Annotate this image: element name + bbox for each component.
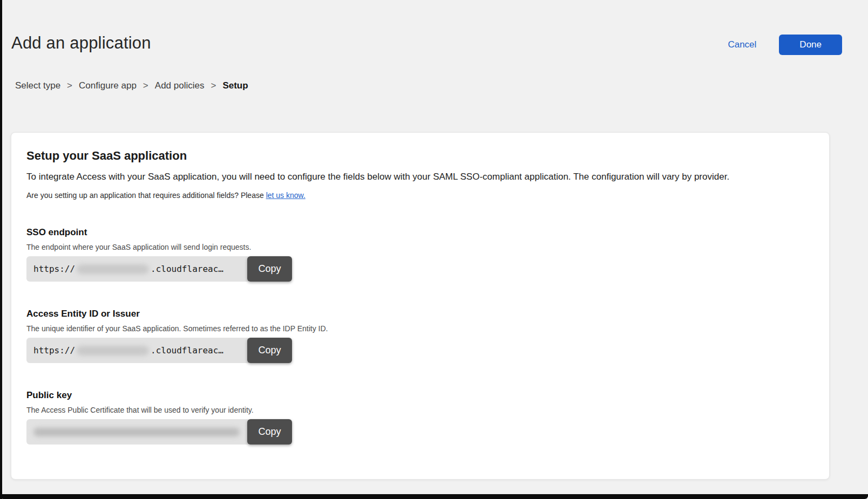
sso-endpoint-description: The endpoint where your SaaS application… bbox=[26, 243, 814, 251]
redacted-value-blur bbox=[33, 428, 240, 436]
access-entity-id-description: The unique identifier of your SaaS appli… bbox=[26, 324, 814, 333]
breadcrumb-step-setup: Setup bbox=[222, 80, 248, 91]
redacted-value-blur bbox=[77, 346, 149, 356]
screenshot-bottom-edge bbox=[0, 494, 868, 499]
access-entity-id-copy-button[interactable]: Copy bbox=[247, 338, 292, 363]
card-heading: Setup your SaaS application bbox=[26, 149, 814, 163]
card-intro: To integrate Access with your SaaS appli… bbox=[26, 172, 814, 182]
access-entity-id-field: https:// .cloudflareac… Copy bbox=[26, 338, 292, 363]
card-note: Are you setting up an application that r… bbox=[26, 191, 814, 200]
public-key-label: Public key bbox=[26, 390, 814, 401]
breadcrumb: Select type > Configure app > Add polici… bbox=[15, 80, 868, 91]
public-key-field: Copy bbox=[26, 419, 292, 445]
sso-endpoint-copy-button[interactable]: Copy bbox=[247, 256, 292, 282]
sso-endpoint-label: SSO endpoint bbox=[26, 227, 814, 238]
header-actions: Cancel Done bbox=[728, 35, 842, 55]
sso-endpoint-value-suffix: .cloudflareac… bbox=[151, 264, 223, 274]
sso-endpoint-section: SSO endpoint The endpoint where your Saa… bbox=[26, 227, 814, 282]
breadcrumb-separator: > bbox=[143, 80, 148, 91]
access-entity-id-value-prefix: https:// bbox=[33, 345, 75, 356]
sso-endpoint-value: https:// .cloudflareac… bbox=[26, 256, 250, 282]
access-entity-id-section: Access Entity ID or Issuer The unique id… bbox=[26, 309, 814, 363]
page-title: Add an application bbox=[11, 33, 151, 53]
let-us-know-link[interactable]: let us know. bbox=[266, 191, 306, 200]
setup-card: Setup your SaaS application To integrate… bbox=[11, 132, 830, 480]
public-key-section: Public key The Access Public Certificate… bbox=[26, 390, 814, 445]
cancel-button[interactable]: Cancel bbox=[728, 39, 756, 50]
redacted-value-blur bbox=[77, 264, 149, 274]
public-key-description: The Access Public Certificate that will … bbox=[26, 406, 814, 414]
access-entity-id-value-suffix: .cloudflareac… bbox=[151, 345, 223, 356]
breadcrumb-step-configure-app[interactable]: Configure app bbox=[79, 80, 137, 91]
breadcrumb-separator: > bbox=[211, 80, 216, 91]
access-entity-id-label: Access Entity ID or Issuer bbox=[26, 309, 814, 319]
page-header: Add an application Cancel Done bbox=[0, 0, 868, 55]
breadcrumb-separator: > bbox=[67, 80, 72, 91]
public-key-value bbox=[26, 419, 250, 445]
breadcrumb-step-add-policies[interactable]: Add policies bbox=[155, 80, 205, 91]
public-key-copy-button[interactable]: Copy bbox=[247, 419, 292, 445]
card-note-text: Are you setting up an application that r… bbox=[26, 191, 264, 200]
done-button[interactable]: Done bbox=[779, 35, 842, 55]
sso-endpoint-value-prefix: https:// bbox=[33, 264, 75, 274]
sso-endpoint-field: https:// .cloudflareac… Copy bbox=[26, 256, 292, 282]
access-entity-id-value: https:// .cloudflareac… bbox=[26, 338, 250, 363]
breadcrumb-step-select-type[interactable]: Select type bbox=[15, 80, 60, 91]
screenshot-left-edge bbox=[0, 0, 2, 499]
